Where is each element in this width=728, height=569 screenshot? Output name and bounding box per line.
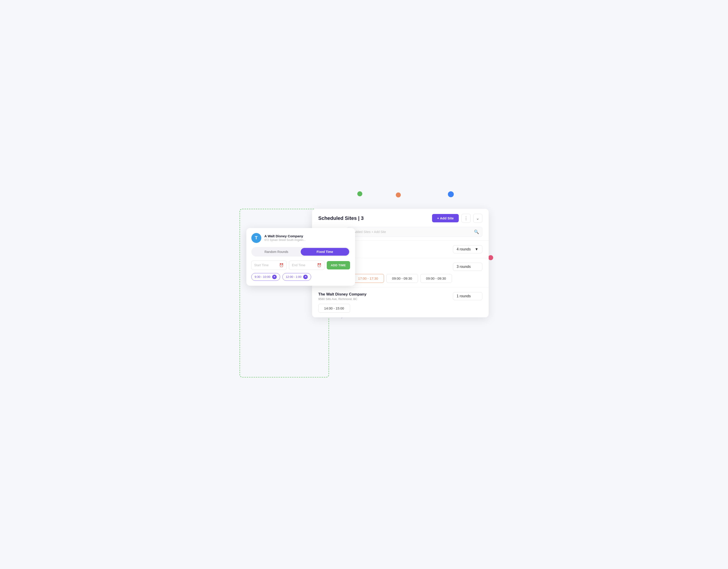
time-slot-3: 09:00 - 09:30: [386, 274, 418, 283]
rounds-badge-1[interactable]: 4 rounds ▼: [453, 245, 482, 253]
time-chips-row: 9:30 - 10:00 ✕ 12:00 - 1:00 ✕: [251, 273, 350, 281]
time-slot-4: 09:00 - 09:30: [420, 274, 452, 283]
time-chip-2: 12:00 - 1:00 ✕: [282, 273, 311, 281]
search-placeholder: ly Added Sites + Add Site: [351, 230, 386, 234]
dot-green: [357, 191, 362, 196]
site-row-3: The Walt Disney Company 9580 Sills Ave, …: [312, 288, 489, 317]
tab-random-rounds[interactable]: Random Rounds: [252, 248, 301, 256]
page-title: Scheduled Sites | 3: [318, 215, 364, 221]
toggle-tabs: Random Rounds Fixed Time: [251, 247, 350, 257]
time-chip-1: 9:30 - 10:00 ✕: [251, 273, 280, 281]
popup-card: T A Walt Disney Company 972 Sylvan Stree…: [246, 228, 355, 286]
popup-header: T A Walt Disney Company 972 Sylvan Stree…: [251, 233, 350, 243]
end-time-label: End Time: [292, 263, 305, 267]
popup-company-info: A Walt Disney Company 972 Sylvan Street …: [264, 234, 306, 242]
site-address-3: 9580 Sills Ave, Richmond, BC: [318, 297, 453, 301]
site-row-header-3: The Walt Disney Company 9580 Sills Ave, …: [318, 292, 482, 301]
popup-company-address: 972 Sylvan Street South Angelin...: [264, 238, 306, 242]
add-site-button[interactable]: + Add Site: [432, 214, 459, 222]
rounds-count-2: 3 rounds: [457, 265, 471, 269]
site-info-3: The Walt Disney Company 9580 Sills Ave, …: [318, 292, 453, 301]
collapse-button[interactable]: ⌄: [473, 214, 482, 223]
start-time-clock-icon: ⏰: [279, 263, 284, 267]
dot-pink: [488, 255, 493, 260]
search-input-wrap[interactable]: ly Added Sites + Add Site 🔍: [347, 227, 482, 237]
rounds-count-1: 4 rounds: [457, 247, 471, 251]
rounds-badge-2[interactable]: 3 rounds: [453, 263, 482, 271]
search-icon[interactable]: 🔍: [474, 229, 479, 234]
header-actions: + Add Site ⋮ ⌄: [432, 214, 482, 223]
end-time-clock-icon: ⏰: [317, 263, 322, 267]
time-chip-1-label: 9:30 - 10:00: [255, 275, 270, 278]
tab-fixed-time[interactable]: Fixed Time: [301, 248, 349, 256]
time-slots-row-3: 14:00 - 15:00: [318, 304, 482, 313]
more-options-button[interactable]: ⋮: [461, 214, 471, 223]
start-time-label: Start Time: [254, 263, 269, 267]
popup-company-name: A Walt Disney Company: [264, 234, 306, 238]
time-input-row: Start Time ⏰ End Time ⏰ ADD TIME: [251, 261, 350, 270]
time-slot-5: 14:00 - 15:00: [318, 304, 350, 313]
card-header: Scheduled Sites | 3 + Add Site ⋮ ⌄: [312, 209, 489, 227]
rounds-badge-3[interactable]: 1 rounds: [453, 292, 482, 300]
rounds-chevron-1: ▼: [475, 247, 478, 251]
time-chip-2-label: 12:00 - 1:00: [286, 275, 301, 278]
time-chip-2-close[interactable]: ✕: [303, 275, 308, 279]
start-time-input[interactable]: Start Time ⏰: [251, 261, 287, 270]
rounds-count-3: 1 rounds: [457, 294, 471, 298]
end-time-input[interactable]: End Time ⏰: [289, 261, 324, 270]
add-time-button[interactable]: ADD TIME: [327, 261, 350, 269]
avatar: T: [251, 233, 261, 243]
time-chip-1-close[interactable]: ✕: [272, 275, 277, 279]
dot-blue: [448, 191, 454, 197]
dot-orange: [396, 192, 401, 197]
time-slot-2: 17:00 - 17:30: [352, 274, 384, 283]
site-name-3: The Walt Disney Company: [318, 292, 453, 297]
